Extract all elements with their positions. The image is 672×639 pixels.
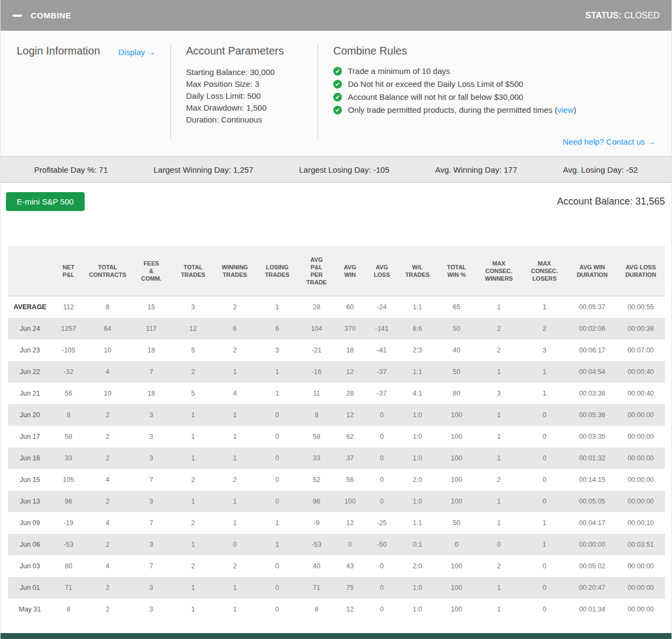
table-cell: 1 bbox=[214, 577, 256, 599]
combine-rules-section: Combine Rules ✔ Trade a minimum of 10 da… bbox=[318, 45, 655, 146]
table-cell: 80 bbox=[436, 383, 477, 404]
collapse-icon[interactable] bbox=[12, 15, 22, 17]
table-cell: 2 bbox=[173, 469, 214, 491]
table-cell: 1 bbox=[477, 577, 521, 599]
rule-text-after: ) bbox=[574, 105, 577, 114]
table-row: Jun 038047220404302:01002000:05:0200:00:… bbox=[8, 555, 665, 577]
contact-us-link[interactable]: Need help? Contact us → bbox=[563, 137, 655, 146]
table-cell: 4 bbox=[85, 555, 130, 577]
table-cell: 0 bbox=[521, 447, 568, 469]
table-cell: -41 bbox=[365, 339, 399, 361]
table-cell: 6:6 bbox=[399, 318, 436, 339]
table-cell: 3 bbox=[521, 339, 568, 361]
table-cell: 2 bbox=[521, 318, 568, 339]
table-cell: -50 bbox=[365, 534, 399, 555]
status-value: CLOSED bbox=[624, 11, 660, 20]
table-cell: 1257 bbox=[52, 318, 85, 339]
performance-table-wrap: NET P&LTOTAL CONTRACTSFEES & COMM.TOTAL … bbox=[8, 246, 664, 620]
table-cell: 1 bbox=[521, 534, 568, 555]
table-cell: 37 bbox=[335, 447, 365, 469]
table-cell: 00:00:40 bbox=[616, 383, 665, 404]
table-cell: 0 bbox=[365, 469, 399, 491]
table-cell: 1 bbox=[256, 534, 298, 555]
table-cell: 1:0 bbox=[399, 577, 436, 599]
table-cell: 0 bbox=[521, 404, 568, 426]
table-cell: 100 bbox=[335, 491, 365, 512]
table-cell: 1:0 bbox=[399, 447, 436, 469]
table-cell: 0 bbox=[365, 426, 399, 447]
table-cell: 00:03:35 bbox=[568, 426, 616, 447]
table-cell: 0 bbox=[256, 469, 298, 491]
table-row: Jun 09-1947211-912-251:1501100:04:1700:0… bbox=[8, 512, 665, 534]
table-cell: -16 bbox=[298, 361, 335, 383]
column-header: AVG LOSS DURATION bbox=[616, 246, 665, 296]
table-cell: 1 bbox=[173, 599, 214, 620]
table-cell: 00:04:54 bbox=[568, 361, 616, 383]
table-cell: 12 bbox=[335, 512, 365, 534]
table-cell: 1 bbox=[173, 404, 214, 426]
table-cell: 100 bbox=[436, 577, 477, 599]
table-cell: 1:1 bbox=[399, 512, 436, 534]
table-cell: 00:00:00 bbox=[616, 599, 665, 620]
table-cell: -53 bbox=[298, 534, 335, 555]
table-cell: 00:05:37 bbox=[568, 296, 616, 318]
rule-item: ✔ Only trade permitted products, during … bbox=[333, 104, 655, 117]
table-cell: 2 bbox=[477, 555, 521, 577]
table-cell: -24 bbox=[365, 296, 399, 318]
table-cell: 1 bbox=[477, 491, 521, 512]
table-cell: 62 bbox=[335, 426, 365, 447]
table-cell: 00:01:32 bbox=[568, 447, 616, 469]
table-cell: 1:0 bbox=[399, 491, 436, 512]
table-cell: 7 bbox=[130, 361, 173, 383]
info-panel: Login Information Display → Account Para… bbox=[1, 31, 671, 157]
rule-text: Only trade permitted products, during th… bbox=[348, 104, 577, 117]
table-row: Jun 06-5323101-530-500:100100:00:0000:03… bbox=[8, 534, 665, 555]
table-cell: 18 bbox=[335, 339, 365, 361]
table-cell: -32 bbox=[52, 361, 85, 383]
table-cell: 8 bbox=[298, 404, 335, 426]
table-cell: 00:00:00 bbox=[616, 577, 665, 599]
display-link[interactable]: Display → bbox=[119, 47, 155, 57]
table-cell: 00:00:00 bbox=[616, 447, 665, 469]
table-cell: 12 bbox=[335, 404, 365, 426]
view-link[interactable]: view bbox=[558, 105, 574, 114]
column-header: AVG P&L PER TRADE bbox=[298, 246, 335, 296]
table-cell: 0 bbox=[214, 534, 256, 555]
table-cell: 1 bbox=[521, 296, 568, 318]
bottom-section-bar bbox=[1, 633, 671, 639]
table-row: Jun 163323110333701:01001000:01:3200:00:… bbox=[8, 447, 665, 469]
table-cell: 0 bbox=[365, 555, 399, 577]
table-cell: 71 bbox=[298, 577, 335, 599]
table-cell: 2 bbox=[85, 577, 130, 599]
performance-table: NET P&LTOTAL CONTRACTSFEES & COMM.TOTAL … bbox=[8, 246, 665, 620]
table-cell: 00:00:00 bbox=[568, 534, 616, 555]
table-cell: 3 bbox=[130, 577, 173, 599]
table-cell: 28 bbox=[298, 296, 335, 318]
table-cell: 1 bbox=[256, 512, 298, 534]
table-cell: 1 bbox=[521, 361, 568, 383]
instrument-button[interactable]: E-mini S&P 500 bbox=[6, 192, 85, 211]
table-cell: 0 bbox=[521, 599, 568, 620]
table-cell: 3 bbox=[130, 534, 173, 555]
table-cell: 18 bbox=[130, 383, 173, 404]
table-cell: 2 bbox=[477, 318, 521, 339]
table-cell: 2 bbox=[214, 339, 256, 361]
table-cell: 0 bbox=[365, 577, 399, 599]
table-cell: 00:03:51 bbox=[616, 534, 665, 555]
table-cell: 3 bbox=[256, 339, 298, 361]
table-cell: 00:00:00 bbox=[616, 404, 665, 426]
table-cell: 0 bbox=[335, 534, 365, 555]
table-cell: 0 bbox=[521, 577, 568, 599]
table-cell: 00:20:47 bbox=[568, 577, 616, 599]
column-header: TOTAL CONTRACTS bbox=[85, 246, 130, 296]
table-row: Jun 175823110586201:01001000:03:3500:00:… bbox=[8, 426, 665, 447]
table-cell: 1 bbox=[521, 512, 568, 534]
table-cell: 1 bbox=[477, 361, 521, 383]
table-cell: 0 bbox=[365, 404, 399, 426]
check-icon: ✔ bbox=[333, 106, 342, 114]
table-cell: 4 bbox=[85, 361, 130, 383]
table-row: Jun 215610185411128-374:1803100:03:3800:… bbox=[8, 383, 665, 404]
table-cell: 1 bbox=[173, 491, 214, 512]
table-cell: 96 bbox=[52, 491, 85, 512]
table-cell: 4:1 bbox=[399, 383, 436, 404]
